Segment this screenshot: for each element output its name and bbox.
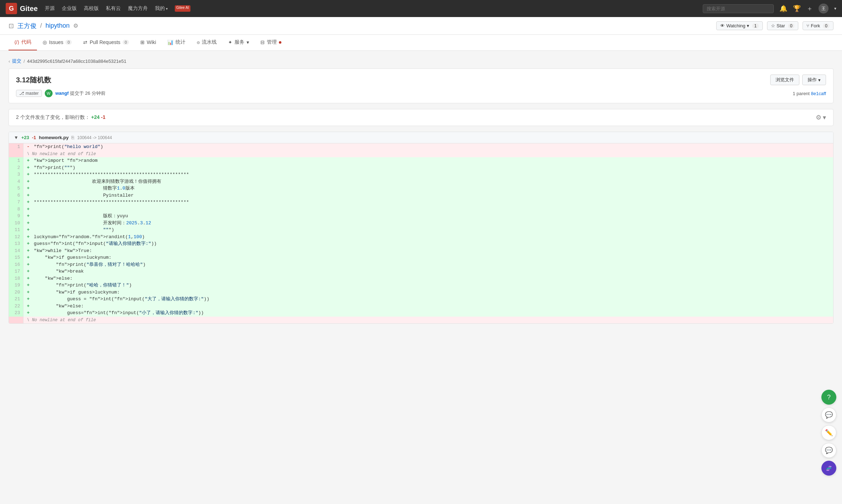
nav-opensource[interactable]: 开源	[45, 5, 55, 12]
parent-hash-link[interactable]: 8e1caff	[811, 91, 826, 96]
table-row: 9+ 版权：yuyu	[9, 213, 833, 220]
breadcrumb: ‹ 提交 / 443d2995c615faf2447a68cc1038a884e…	[9, 58, 833, 64]
line-number: 12	[9, 234, 23, 241]
author-name-link[interactable]: wangf	[55, 91, 69, 96]
content-area: ‹ 提交 / 443d2995c615faf2447a68cc1038a884e…	[0, 51, 842, 498]
line-code: + "kw">break	[23, 268, 833, 275]
line-code: \ No newline at end of file	[23, 317, 833, 324]
fork-button[interactable]: ⑂ Fork 0	[803, 21, 833, 30]
table-row: 8+	[9, 206, 833, 213]
ai-button[interactable]: 🧬	[821, 461, 836, 476]
line-code: + Pyinstaller	[23, 192, 833, 199]
tab-pipeline[interactable]: ⌾ 流水线	[191, 35, 222, 50]
line-number: 9	[9, 213, 23, 220]
pr-icon: ⇄	[83, 39, 87, 45]
table-row: 14+ "kw">while "kw">True:	[9, 247, 833, 254]
actions-button[interactable]: 操作 ▾	[802, 75, 826, 85]
line-code: + 欢迎来到猜数字游戏！你值得拥有	[23, 178, 833, 185]
nav-private[interactable]: 私有云	[106, 5, 121, 12]
search-input[interactable]	[703, 4, 774, 13]
table-row: 18+ "kw">else:	[9, 275, 833, 282]
gitee-ai-badge: Gitee AI	[175, 5, 190, 12]
commit-meta-left: ⎇ master W wangf 提交于 26 分钟前	[16, 89, 106, 97]
repo-owner-link[interactable]: 王方俊	[17, 22, 37, 30]
branch-badge[interactable]: ⎇ master	[16, 90, 42, 97]
comment-button[interactable]: 💬	[821, 443, 836, 458]
repo-actions: 👁 Watching ▾ 1 ☆ Star 0 ⑂ Fork 0	[716, 21, 833, 30]
commit-parent-info: 1 parent 8e1caff	[793, 91, 826, 96]
line-code: + "kw">else:	[23, 303, 833, 310]
line-code: + 版权：yuyu	[23, 213, 833, 220]
settings-icon[interactable]: ⚙	[73, 22, 78, 29]
breadcrumb-commits-link[interactable]: 提交	[12, 58, 21, 64]
removed-count: -1	[101, 114, 105, 120]
star-label: Star	[777, 23, 785, 28]
edit-button[interactable]: ✏️	[821, 425, 836, 440]
file-diff-block: ▼ +23 -1 homework.py ⎘ 100644 -> 100644 …	[9, 132, 833, 324]
file-add-count: +23	[21, 135, 29, 140]
diff-stats: 2 个文件发生了变化，影响行数： +24 -1	[16, 114, 106, 121]
help-button[interactable]: ?	[821, 390, 836, 405]
copy-icon[interactable]: ⎘	[71, 135, 74, 140]
nav-molifang[interactable]: 魔力方舟	[128, 5, 148, 12]
chat-button[interactable]: 💬	[821, 407, 836, 422]
line-code: + "kw">if guess==luckynum:	[23, 254, 833, 261]
gear-icon: ⚙	[816, 114, 821, 121]
mine-chevron: ▾	[166, 7, 168, 11]
browse-files-button[interactable]: 浏览文件	[770, 75, 799, 85]
line-code: + "kw">if guess>luckynum:	[23, 289, 833, 296]
star-button[interactable]: ☆ Star 0	[767, 21, 799, 30]
breadcrumb-sep: /	[23, 59, 25, 64]
author-avatar: W	[45, 89, 53, 97]
user-avatar[interactable]: 王	[819, 4, 828, 13]
float-buttons: ? 💬 ✏️ 💬 🧬	[821, 390, 836, 476]
table-row: 4+ 欢迎来到猜数字游戏！你值得拥有	[9, 178, 833, 185]
commit-title: 3.12随机数	[16, 75, 51, 85]
watch-button[interactable]: 👁 Watching ▾ 1	[716, 21, 762, 30]
line-number: 15	[9, 254, 23, 261]
table-row: 19+ "fn">print("哈哈，你猜错了！")	[9, 282, 833, 289]
line-code: + "fn">print("哈哈，你猜错了！")	[23, 282, 833, 289]
tab-admin[interactable]: ⊟ 管理	[255, 35, 287, 50]
repo-title: ⊡ 王方俊 / hipython ⚙	[9, 22, 78, 30]
line-code: + guess="fn">int("fn">input("小了，请输入你猜的数字…	[23, 309, 833, 317]
table-row: 5+ 猜数字1.0版本	[9, 185, 833, 192]
branch-icon: ⎇	[19, 91, 24, 96]
tab-services[interactable]: ✦ 服务 ▾	[222, 35, 255, 50]
line-number: 19	[9, 282, 23, 289]
trophy-icon[interactable]: 🏆	[793, 5, 801, 12]
tab-stats[interactable]: 📊 统计	[162, 35, 191, 50]
commit-actions: 浏览文件 操作 ▾	[770, 75, 826, 85]
table-row: 21+ guess = "fn">int("fn">input("大了，请输入你…	[9, 296, 833, 303]
plus-icon[interactable]: ＋	[806, 4, 813, 13]
file-diff-header: ▼ +23 -1 homework.py ⎘ 100644 -> 100644	[9, 132, 833, 143]
line-code: + "kw">while "kw">True:	[23, 247, 833, 254]
line-code: + "fn">print(""")	[23, 164, 833, 171]
nav-university[interactable]: 高校版	[84, 5, 99, 12]
tab-issues[interactable]: ◎ Issues 0	[37, 35, 78, 50]
tab-code[interactable]: ⟨/⟩ 代码	[9, 35, 37, 50]
line-code: + """)	[23, 226, 833, 234]
breadcrumb-hash: 443d2995c615faf2447a68cc1038a884e5321e51	[27, 59, 126, 64]
tab-prs[interactable]: ⇄ Pull Requests 0	[77, 35, 135, 50]
nav-mine[interactable]: 我的 ▾	[155, 5, 168, 12]
line-number: 22	[9, 303, 23, 310]
repo-name-link[interactable]: hipython	[45, 22, 70, 29]
logo[interactable]: G Gitee	[6, 3, 38, 14]
diff-summary-card: 2 个文件发生了变化，影响行数： +24 -1 ⚙ ▾	[9, 109, 833, 126]
line-code: +	[23, 206, 833, 213]
bell-icon[interactable]: 🔔	[779, 5, 787, 12]
line-number: 4	[9, 178, 23, 185]
tab-wiki[interactable]: ⊞ Wiki	[135, 35, 162, 50]
table-row: 7+ *************************************…	[9, 199, 833, 206]
tab-nav: ⟨/⟩ 代码 ◎ Issues 0 ⇄ Pull Requests 0 ⊞ Wi…	[0, 35, 842, 51]
diff-settings-button[interactable]: ⚙ ▾	[816, 114, 826, 121]
avatar-chevron: ▾	[834, 6, 836, 11]
issues-icon: ◎	[43, 39, 47, 45]
line-code: + "kw">import "fn">random	[23, 157, 833, 164]
collapse-icon[interactable]: ▼	[14, 135, 18, 140]
watch-count: 1	[752, 23, 759, 28]
nav-enterprise[interactable]: 企业版	[62, 5, 77, 12]
table-row: 1- "fn">print("hello world")	[9, 143, 833, 150]
commit-title-row: 3.12随机数 浏览文件 操作 ▾	[16, 75, 826, 85]
